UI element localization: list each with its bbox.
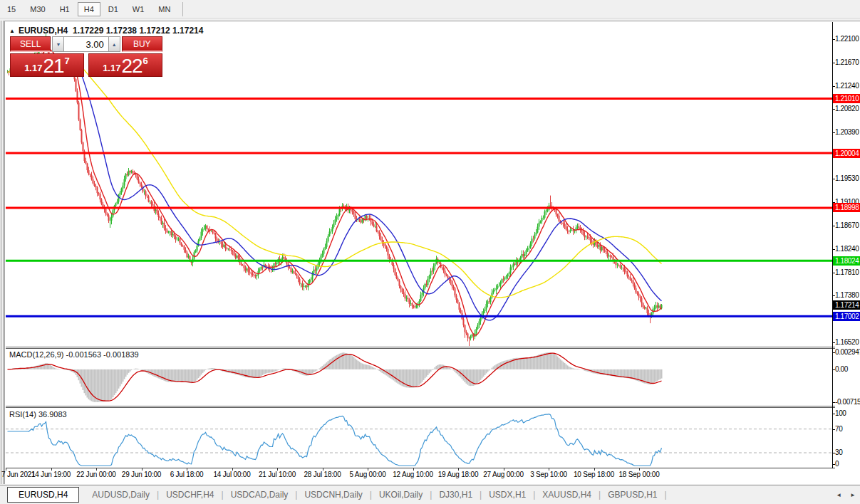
timeframe-button-w1[interactable]: W1 xyxy=(126,2,151,16)
buy-button[interactable]: BUY xyxy=(122,36,162,52)
chart-title: ▲EURUSD,H4 1.17229 1.17238 1.17212 1.172… xyxy=(9,26,203,36)
price-axis-label: 1.19530 xyxy=(835,174,859,183)
symbol-tab-eurusd[interactable]: EURUSD,H4 xyxy=(7,487,79,503)
price-axis-label: 1.20390 xyxy=(835,128,859,137)
rsi-indicator-canvas[interactable] xyxy=(6,408,832,468)
symbol-tab-xauusd[interactable]: XAUUSD,H4 xyxy=(535,488,599,502)
time-axis-label: 29 Jun 10:00 xyxy=(122,471,161,478)
rsi-axis-tick xyxy=(832,453,835,453)
price-axis-line xyxy=(832,22,833,468)
toolbar-separator xyxy=(182,2,183,16)
timeframe-button-m30[interactable]: M30 xyxy=(24,2,51,16)
symbol-period-label: EURUSD,H4 xyxy=(19,26,68,36)
symbol-tab-audusd[interactable]: AUDUSD,Daily xyxy=(85,488,157,502)
price-axis-tick xyxy=(832,86,835,87)
rsi-axis-label: 30 xyxy=(835,448,842,457)
hline-price-tag: 1.20004 xyxy=(833,149,860,158)
hline-price-tag: 1.21010 xyxy=(833,94,860,103)
time-axis-label: 22 Jun 00:00 xyxy=(76,471,115,478)
price-axis-label: 1.20820 xyxy=(835,105,859,113)
symbol-tab-ukoil[interactable]: UKOil,Daily xyxy=(372,488,430,502)
price-axis-label: 1.21240 xyxy=(835,82,859,90)
price-axis-label: 1.22100 xyxy=(835,35,859,43)
sell-price-pip: 7 xyxy=(65,56,70,66)
symbol-tab-usdcad[interactable]: USDCAD,Daily xyxy=(224,488,296,502)
buy-price-big: 22 xyxy=(121,56,142,75)
timeframe-button-h1[interactable]: H1 xyxy=(53,2,76,16)
hline-price-tag: 1.18024 xyxy=(833,256,860,266)
rsi-axis-tick xyxy=(832,429,835,430)
macd-axis-label: 0.00 xyxy=(835,365,848,374)
window-left-border xyxy=(4,21,5,484)
time-axis-label: 7 Jun 2021 xyxy=(1,471,36,478)
hline-price-tag: 1.17002 xyxy=(833,312,860,321)
rsi-label: RSI(14) 36.9083 xyxy=(9,410,67,419)
time-axis-label: 21 Jul 10:00 xyxy=(259,471,296,478)
window-left-edge xyxy=(1,21,1,484)
spin-up-icon: ▲ xyxy=(112,42,117,47)
symbol-tab-bar: EURUSD,H4AUDUSD,Daily|USDCHF,H4|USDCAD,D… xyxy=(0,485,860,504)
price-axis-tick xyxy=(832,109,835,110)
macd-axis-label: 0.002947 xyxy=(835,348,860,357)
price-axis-tick xyxy=(832,179,835,179)
timeframe-button-h4[interactable]: H4 xyxy=(78,2,100,16)
sell-price-box[interactable]: 1.17 21 7 xyxy=(10,53,84,77)
time-axis-label: 14 Jun 19:00 xyxy=(31,471,71,478)
volume-input[interactable]: 3.00 xyxy=(64,36,108,52)
volume-increase-button[interactable]: ▲ xyxy=(108,36,120,52)
price-axis-tick xyxy=(832,39,835,40)
timeframe-button-d1[interactable]: D1 xyxy=(102,2,125,16)
rsi-axis-tick xyxy=(832,464,835,465)
sell-price-prefix: 1.17 xyxy=(24,63,42,73)
rsi-axis-label: 70 xyxy=(835,425,842,434)
price-axis-label: 1.18240 xyxy=(835,245,859,253)
symbol-tab-usdcnh[interactable]: USDCNH,Daily xyxy=(297,488,369,502)
time-axis-label: 19 Aug 18:00 xyxy=(438,471,479,478)
buy-price-prefix: 1.17 xyxy=(103,63,120,73)
time-axis-label: 6 Jul 18:00 xyxy=(170,471,204,478)
collapse-icon[interactable]: ▲ xyxy=(9,28,15,34)
price-axis-tick xyxy=(832,342,835,343)
spin-down-icon: ▼ xyxy=(56,42,61,47)
price-axis-label: 1.21670 xyxy=(835,58,859,67)
symbol-tab-dj30[interactable]: DJ30,H1 xyxy=(432,488,480,502)
price-axis-label: 1.17380 xyxy=(835,291,859,300)
price-axis-tick xyxy=(832,63,835,63)
time-axis-label: 3 Sep 10:00 xyxy=(530,471,567,478)
sell-price-big: 21 xyxy=(43,56,63,75)
time-axis-label: 5 Aug 00:00 xyxy=(349,471,385,478)
price-axis-tick xyxy=(832,295,835,296)
tab-scroll-right-icon[interactable]: ► xyxy=(850,492,856,498)
price-axis-tick xyxy=(832,273,835,273)
symbol-tab-gbpusd[interactable]: GBPUSD,H1 xyxy=(601,488,664,502)
time-axis-label: 28 Jul 18:00 xyxy=(304,471,341,478)
price-axis-tick xyxy=(832,226,835,226)
symbol-tab-usdx[interactable]: USDX,H1 xyxy=(482,488,533,502)
price-axis-tick xyxy=(832,132,835,133)
price-axis-label: 1.18670 xyxy=(835,221,859,230)
current-price-tag: 1.17214 xyxy=(833,300,860,310)
macd-axis-label: -0.007157 xyxy=(835,398,860,406)
time-axis-label: 18 Sep 00:00 xyxy=(618,471,659,478)
window-left-edge-inner xyxy=(3,21,4,484)
timeframe-button-mn[interactable]: MN xyxy=(152,2,177,16)
macd-axis-tick xyxy=(832,352,835,353)
volume-decrease-button[interactable]: ▼ xyxy=(52,36,64,52)
tab-scroll-left-icon[interactable]: ◄ xyxy=(836,492,841,498)
time-axis-label: 10 Sep 18:00 xyxy=(574,471,614,478)
rsi-axis-label: 100 xyxy=(835,409,846,418)
macd-label: MACD(12,26,9) -0.001563 -0.001839 xyxy=(9,350,139,359)
sell-button[interactable]: SELL xyxy=(10,36,51,52)
price-axis-tick xyxy=(832,249,835,250)
ohlc-values: 1.17229 1.17238 1.17212 1.17214 xyxy=(73,26,204,36)
timeframe-toolbar: 15M30H1H4D1W1MN xyxy=(0,0,860,19)
rsi-axis-label: 0 xyxy=(835,460,839,468)
macd-axis-tick xyxy=(832,402,835,403)
timeframe-button-15[interactable]: 15 xyxy=(1,2,22,16)
buy-price-box[interactable]: 1.17 22 6 xyxy=(88,53,162,77)
one-click-trade-panel: SELL ▼ 3.00 ▲ BUY 1.17 21 7 1.17 22 6 xyxy=(10,36,162,77)
symbol-tab-usdchf[interactable]: USDCHF,H4 xyxy=(159,488,221,502)
rsi-axis-tick xyxy=(832,414,835,414)
time-axis-label: 12 Aug 10:00 xyxy=(393,471,433,478)
price-axis-label: 1.17810 xyxy=(835,268,859,277)
